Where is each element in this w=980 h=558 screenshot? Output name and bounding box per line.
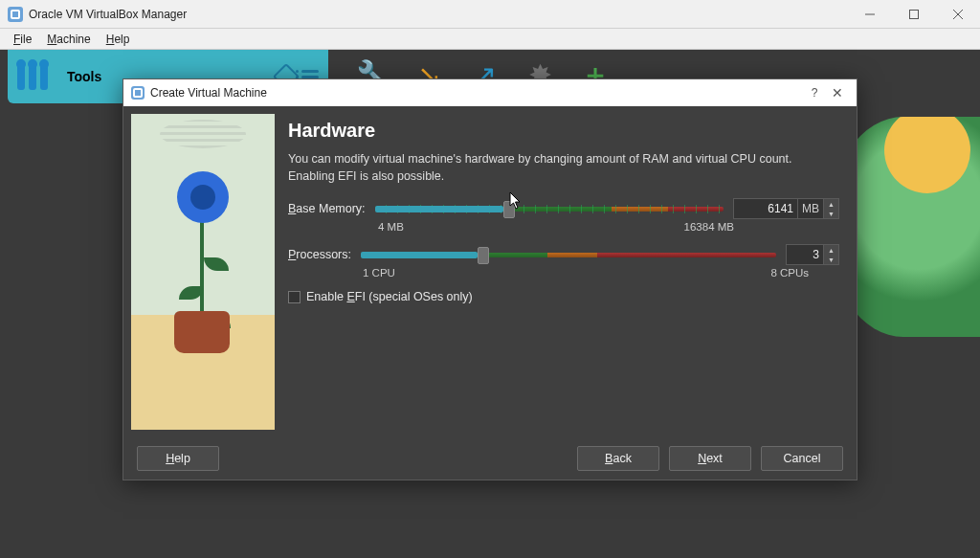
checkbox-icon xyxy=(288,291,301,303)
menu-help[interactable]: Help xyxy=(99,31,138,48)
menu-machine[interactable]: Machine xyxy=(39,31,98,48)
window-titlebar: Oracle VM VirtualBox Manager xyxy=(0,0,980,29)
back-button[interactable]: Back xyxy=(577,446,659,471)
tools-icon xyxy=(17,63,59,90)
base-memory-slider[interactable] xyxy=(375,199,724,218)
base-memory-thumb[interactable] xyxy=(503,201,515,218)
app-logo-icon xyxy=(8,7,23,22)
window-close-button[interactable] xyxy=(936,0,980,29)
processors-input[interactable] xyxy=(786,244,824,265)
base-memory-min: 4 MB xyxy=(378,221,404,233)
page-description: You can modify virtual machine's hardwar… xyxy=(288,151,839,185)
window-maximize-button[interactable] xyxy=(892,0,936,29)
window-minimize-button[interactable] xyxy=(848,0,892,29)
processors-slider[interactable] xyxy=(361,245,776,264)
dialog-footer: Help Back Next Cancel xyxy=(123,437,857,480)
page-heading: Hardware xyxy=(288,120,839,142)
processors-stepper[interactable]: ▲▼ xyxy=(824,244,839,265)
processors-min: 1 CPU xyxy=(363,267,395,279)
enable-efi-checkbox[interactable]: Enable EFI (special OSes only) xyxy=(288,290,839,303)
dialog-close-icon[interactable]: ✕ xyxy=(826,85,849,100)
processors-label: Processors: xyxy=(288,248,351,261)
dialog-illustration xyxy=(131,114,275,430)
dialog-logo-icon xyxy=(131,86,145,100)
svg-rect-1 xyxy=(910,10,919,18)
tools-label: Tools xyxy=(67,69,101,84)
base-memory-input[interactable] xyxy=(733,198,798,219)
menubar: File Machine Help xyxy=(0,29,980,50)
processors-max: 8 CPUs xyxy=(770,267,809,279)
next-button[interactable]: Next xyxy=(669,446,751,471)
create-vm-dialog: Create Virtual Machine ? ✕ Hardware You … xyxy=(122,78,858,480)
base-memory-unit: MB xyxy=(798,198,824,219)
menu-file[interactable]: File xyxy=(6,31,39,48)
enable-efi-label: Enable EFI (special OSes only) xyxy=(306,290,473,303)
dialog-titlebar: Create Virtual Machine ? ✕ xyxy=(123,79,857,106)
dialog-help-icon[interactable]: ? xyxy=(803,86,826,100)
window-title: Oracle VM VirtualBox Manager xyxy=(29,8,848,21)
cancel-button[interactable]: Cancel xyxy=(761,446,843,471)
help-button[interactable]: Help xyxy=(137,446,219,471)
base-memory-stepper[interactable]: ▲▼ xyxy=(824,198,839,219)
dialog-content: Hardware You can modify virtual machine'… xyxy=(282,106,857,437)
base-memory-max: 16384 MB xyxy=(684,221,734,233)
dialog-title: Create Virtual Machine xyxy=(150,86,267,100)
base-memory-label: Base Memory: xyxy=(288,202,366,215)
processors-thumb[interactable] xyxy=(478,247,489,264)
